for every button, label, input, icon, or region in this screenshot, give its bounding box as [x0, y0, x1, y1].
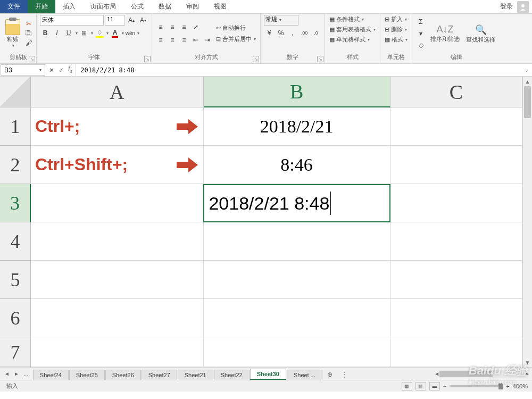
font-name-select[interactable]: 宋体: [40, 15, 104, 26]
format-cells-button[interactable]: ▦格式▾: [384, 35, 409, 44]
hscroll-left[interactable]: ◄: [434, 369, 439, 379]
number-format-select[interactable]: 常规 ▾: [264, 15, 298, 26]
comma-format-button[interactable]: ,: [287, 28, 298, 38]
tab-page-layout[interactable]: 页面布局: [83, 0, 123, 13]
row-header-7[interactable]: 7: [0, 337, 31, 367]
page-layout-view-button[interactable]: ▥: [415, 382, 426, 390]
scroll-thumb[interactable]: [524, 86, 531, 118]
select-all-corner[interactable]: [0, 77, 31, 107]
underline-button[interactable]: U: [63, 28, 74, 38]
clipboard-launcher[interactable]: ↘: [29, 56, 35, 62]
font-launcher[interactable]: ↘: [144, 56, 151, 62]
align-middle-icon[interactable]: ≡: [167, 22, 178, 32]
confirm-edit-button[interactable]: ✓: [59, 66, 64, 74]
tab-view[interactable]: 视图: [206, 0, 234, 13]
sheet-tab[interactable]: Sheet22: [214, 370, 250, 380]
delete-cells-button[interactable]: ⊟删除▾: [384, 25, 409, 34]
tab-review[interactable]: 审阅: [179, 0, 206, 13]
sheet-nav-next[interactable]: ►: [14, 371, 19, 377]
conditional-format-button[interactable]: ▦条件格式▾: [328, 15, 377, 24]
align-launcher[interactable]: ↘: [253, 56, 259, 62]
cell-a2[interactable]: Ctrl+Shift+;: [31, 146, 204, 184]
increase-font-icon[interactable]: A▴: [126, 15, 137, 26]
sheet-tab[interactable]: Sheet26: [105, 370, 141, 380]
sheet-tab[interactable]: Sheet25: [69, 370, 105, 380]
sheet-tab[interactable]: Sheet27: [142, 370, 177, 380]
autosum-button[interactable]: Σ: [415, 16, 426, 27]
cell-c4[interactable]: [390, 222, 522, 261]
fx-button[interactable]: fx: [68, 65, 72, 74]
merge-center-button[interactable]: ⊟合并后居中▾: [215, 35, 257, 44]
accounting-format-button[interactable]: ¥: [264, 28, 275, 38]
number-launcher[interactable]: ↘: [317, 56, 323, 62]
col-header-c[interactable]: C: [390, 77, 522, 107]
cell-a5[interactable]: [31, 261, 204, 299]
tab-home-active[interactable]: 开始: [28, 0, 55, 13]
tab-insert[interactable]: 插入: [55, 0, 83, 13]
tab-formulas[interactable]: 公式: [123, 0, 151, 13]
row-header-6[interactable]: 6: [0, 299, 31, 337]
increase-decimal-button[interactable]: .00: [299, 28, 310, 38]
copy-icon[interactable]: ⿻: [24, 29, 33, 38]
scroll-up-arrow[interactable]: ▲: [523, 77, 532, 86]
add-sheet-button[interactable]: ⊕: [323, 369, 337, 380]
page-break-view-button[interactable]: ▬: [429, 382, 440, 390]
align-left-icon[interactable]: ≡: [155, 35, 166, 45]
orientation-icon[interactable]: ⤢: [190, 22, 201, 32]
format-painter-icon[interactable]: 🖌: [24, 39, 33, 47]
cell-a3[interactable]: [31, 184, 203, 222]
cell-a4[interactable]: [31, 222, 204, 261]
decrease-font-icon[interactable]: A▾: [138, 15, 148, 26]
cell-b2[interactable]: 8:46: [204, 146, 390, 184]
horizontal-scrollbar[interactable]: [439, 370, 525, 378]
cell-c6[interactable]: [390, 299, 522, 337]
table-format-button[interactable]: ▦套用表格格式▾: [328, 25, 377, 34]
fill-color-button[interactable]: ♢: [94, 28, 105, 38]
tab-file[interactable]: 文件: [0, 0, 28, 13]
decrease-indent-icon[interactable]: ⇤: [190, 35, 201, 45]
border-button[interactable]: ⊞: [79, 28, 89, 38]
row-header-4[interactable]: 4: [0, 222, 31, 261]
row-header-2[interactable]: 2: [0, 146, 31, 184]
increase-indent-icon[interactable]: ⇥: [202, 35, 213, 45]
normal-view-button[interactable]: ▦: [402, 382, 412, 390]
col-header-a[interactable]: A: [31, 77, 204, 107]
wrap-text-button[interactable]: ↩自动换行: [215, 23, 257, 32]
hscroll-thumb[interactable]: [439, 371, 493, 377]
find-select-button[interactable]: 🔍 查找和选择: [464, 15, 497, 52]
login-link[interactable]: 登录: [500, 2, 513, 11]
clear-button[interactable]: ◇: [415, 40, 426, 51]
cell-b4[interactable]: [204, 222, 390, 261]
sheet-nav-more[interactable]: …: [23, 371, 29, 377]
font-size-select[interactable]: 11: [105, 15, 125, 26]
cell-a7[interactable]: [31, 337, 204, 367]
scroll-down-arrow[interactable]: ▼: [523, 358, 532, 367]
cell-b7[interactable]: [204, 337, 390, 367]
hscroll-right[interactable]: ►: [525, 369, 530, 379]
font-color-button[interactable]: A: [110, 28, 120, 38]
cell-c2[interactable]: [390, 146, 522, 184]
cell-b1[interactable]: 2018/2/21: [204, 107, 390, 146]
row-header-3[interactable]: 3: [0, 184, 31, 222]
row-header-1[interactable]: 1: [0, 107, 31, 146]
cell-c1[interactable]: [390, 107, 522, 146]
cell-c5[interactable]: [390, 261, 522, 299]
zoom-in-button[interactable]: +: [506, 383, 509, 389]
align-top-icon[interactable]: ≡: [155, 22, 166, 32]
expand-formula-bar[interactable]: ⌄: [521, 64, 532, 76]
cell-c7[interactable]: [390, 337, 522, 367]
paste-button[interactable]: 粘贴 ▾: [3, 15, 22, 52]
cell-a6[interactable]: [31, 299, 204, 337]
cell-c3[interactable]: [390, 184, 522, 222]
bold-button[interactable]: B: [40, 28, 51, 38]
sheet-tab[interactable]: Sheet ...: [287, 370, 322, 380]
cell-styles-button[interactable]: ▦单元格样式▾: [328, 35, 377, 44]
zoom-slider[interactable]: [450, 385, 503, 387]
formula-input[interactable]: 2018/2/21 8:48: [76, 64, 521, 76]
cancel-edit-button[interactable]: ✕: [49, 66, 54, 74]
align-center-icon[interactable]: ≡: [167, 35, 178, 45]
cell-b5[interactable]: [204, 261, 390, 299]
sheet-tab[interactable]: Sheet24: [33, 370, 69, 380]
cell-b3-editing[interactable]: 2018/2/21 8:48: [203, 184, 390, 222]
insert-cells-button[interactable]: ⊞插入▾: [384, 15, 409, 24]
